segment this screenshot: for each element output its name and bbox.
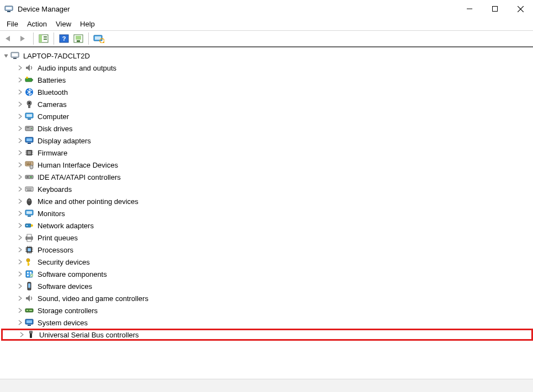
back-button[interactable]: [2, 32, 15, 45]
close-button[interactable]: [508, 0, 533, 18]
chevron-right-icon[interactable]: [17, 319, 24, 326]
tree-item-print-queues[interactable]: Print queues: [1, 232, 533, 244]
tree-item-network-adapters[interactable]: Network adapters: [1, 219, 533, 232]
tree-item-mice-and-other-pointing-devices[interactable]: Mice and other pointing devices: [1, 195, 533, 207]
tree-item-label[interactable]: Display adapters: [38, 137, 91, 145]
tree-item-sound-video-and-game-controllers[interactable]: Sound, video and game controllers: [1, 292, 533, 304]
chevron-right-icon[interactable]: [17, 173, 24, 181]
tree-item-label[interactable]: Computer: [38, 112, 69, 121]
tree-item-label[interactable]: Mice and other pointing devices: [38, 197, 138, 206]
tree-item-label[interactable]: Batteries: [38, 76, 66, 84]
device-tree[interactable]: LAPTOP-7ADCLT2D Audio inputs and outputs…: [0, 47, 533, 379]
svg-rect-110: [31, 331, 32, 332]
svg-rect-69: [26, 225, 28, 226]
processors-icon: [24, 245, 34, 255]
chevron-right-icon[interactable]: [17, 294, 24, 302]
tree-item-batteries[interactable]: Batteries: [1, 74, 533, 86]
tree-item-label[interactable]: Processors: [38, 246, 73, 254]
tree-item-label[interactable]: Bluetooth: [38, 88, 68, 96]
svg-rect-90: [28, 264, 30, 265]
tree-item-label[interactable]: Monitors: [38, 210, 65, 218]
chevron-right-icon[interactable]: [17, 100, 24, 108]
chevron-right-icon[interactable]: [17, 125, 24, 132]
minimize-button[interactable]: [457, 0, 482, 18]
chevron-right-icon[interactable]: [17, 161, 24, 169]
window-title: Device Manager: [18, 5, 70, 13]
tree-item-universal-serial-bus-controllers[interactable]: Universal Serial Bus controllers: [1, 329, 533, 341]
tree-item-label[interactable]: Universal Serial Bus controllers: [39, 331, 139, 339]
maximize-button[interactable]: [482, 0, 508, 18]
chevron-right-icon[interactable]: [17, 282, 24, 290]
menu-view[interactable]: View: [52, 19, 77, 29]
chevron-right-icon[interactable]: [17, 149, 24, 157]
tree-item-label[interactable]: Sound, video and game controllers: [38, 294, 148, 303]
tree-item-ide-ata-atapi-controllers[interactable]: IDE ATA/ATAPI controllers: [1, 171, 533, 183]
svg-rect-57: [26, 188, 28, 189]
menu-action[interactable]: Action: [24, 19, 52, 29]
chevron-down-icon[interactable]: [2, 52, 10, 60]
chevron-right-icon[interactable]: [17, 88, 24, 96]
chevron-right-icon[interactable]: [17, 307, 24, 314]
tree-item-bluetooth[interactable]: Bluetooth: [1, 86, 533, 98]
menu-file[interactable]: File: [3, 19, 24, 29]
svg-rect-72: [27, 239, 31, 241]
svg-rect-93: [27, 272, 29, 273]
tree-item-system-devices[interactable]: System devices: [1, 316, 533, 329]
tree-item-computer[interactable]: Computer: [1, 110, 533, 122]
svg-rect-21: [12, 53, 18, 56]
svg-point-101: [29, 288, 30, 289]
tree-item-label[interactable]: IDE ATA/ATAPI controllers: [38, 173, 121, 181]
tree-item-label[interactable]: Cameras: [38, 100, 67, 109]
chevron-right-icon[interactable]: [17, 185, 24, 193]
chevron-right-icon[interactable]: [17, 258, 24, 266]
tree-item-label[interactable]: Print queues: [38, 234, 78, 242]
show-hide-tree-button[interactable]: [37, 32, 50, 45]
menu-help[interactable]: Help: [77, 19, 100, 29]
tree-root-label[interactable]: LAPTOP-7ADCLT2D: [23, 52, 90, 60]
tree-item-human-interface-devices[interactable]: Human Interface Devices: [1, 159, 533, 171]
tree-item-label[interactable]: Disk drives: [38, 125, 73, 133]
chevron-right-icon[interactable]: [17, 234, 24, 241]
tree-item-firmware[interactable]: Firmware: [1, 147, 533, 159]
tree-item-label[interactable]: Keyboards: [38, 185, 72, 194]
tree-item-label[interactable]: Software devices: [38, 282, 92, 291]
chevron-right-icon[interactable]: [17, 210, 24, 217]
chevron-right-icon[interactable]: [17, 197, 24, 205]
svg-rect-38: [28, 143, 31, 144]
tree-item-label[interactable]: Human Interface Devices: [38, 161, 118, 169]
tree-item-cameras[interactable]: Cameras: [1, 98, 533, 110]
tree-item-software-components[interactable]: Software components: [1, 268, 533, 280]
chevron-right-icon[interactable]: [17, 246, 24, 254]
tree-root[interactable]: LAPTOP-7ADCLT2D: [1, 50, 533, 62]
tree-item-software-devices[interactable]: Software devices: [1, 280, 533, 292]
chevron-right-icon[interactable]: [17, 112, 24, 120]
tree-item-label[interactable]: Network adapters: [38, 222, 94, 230]
chevron-right-icon[interactable]: [17, 137, 24, 144]
chevron-right-icon[interactable]: [18, 331, 26, 339]
help-button[interactable]: ?: [57, 32, 71, 45]
tree-item-processors[interactable]: Processors: [1, 244, 533, 256]
chevron-right-icon[interactable]: [17, 64, 24, 72]
svg-rect-9: [44, 36, 47, 37]
chevron-right-icon[interactable]: [17, 270, 24, 278]
tree-item-label[interactable]: Firmware: [38, 149, 67, 157]
tree-item-label[interactable]: Security devices: [38, 258, 90, 266]
svg-rect-66: [26, 211, 32, 214]
chevron-right-icon[interactable]: [17, 76, 24, 84]
scan-hardware-button[interactable]: [72, 32, 85, 45]
svg-point-88: [28, 260, 29, 261]
tree-item-disk-drives[interactable]: Disk drives: [1, 122, 533, 135]
tree-item-monitors[interactable]: Monitors: [1, 207, 533, 219]
tree-item-keyboards[interactable]: Keyboards: [1, 183, 533, 195]
tree-item-display-adapters[interactable]: Display adapters: [1, 135, 533, 147]
tree-item-label[interactable]: Audio inputs and outputs: [38, 64, 116, 72]
forward-button[interactable]: [17, 32, 30, 45]
tree-item-storage-controllers[interactable]: Storage controllers: [1, 304, 533, 316]
tree-item-label[interactable]: Software components: [38, 270, 107, 278]
tree-item-security-devices[interactable]: Security devices: [1, 256, 533, 268]
device-properties-button[interactable]: [92, 32, 105, 45]
tree-item-audio-inputs-and-outputs[interactable]: Audio inputs and outputs: [1, 62, 533, 74]
tree-item-label[interactable]: Storage controllers: [38, 307, 98, 315]
tree-item-label[interactable]: System devices: [38, 319, 88, 327]
chevron-right-icon[interactable]: [17, 222, 24, 229]
